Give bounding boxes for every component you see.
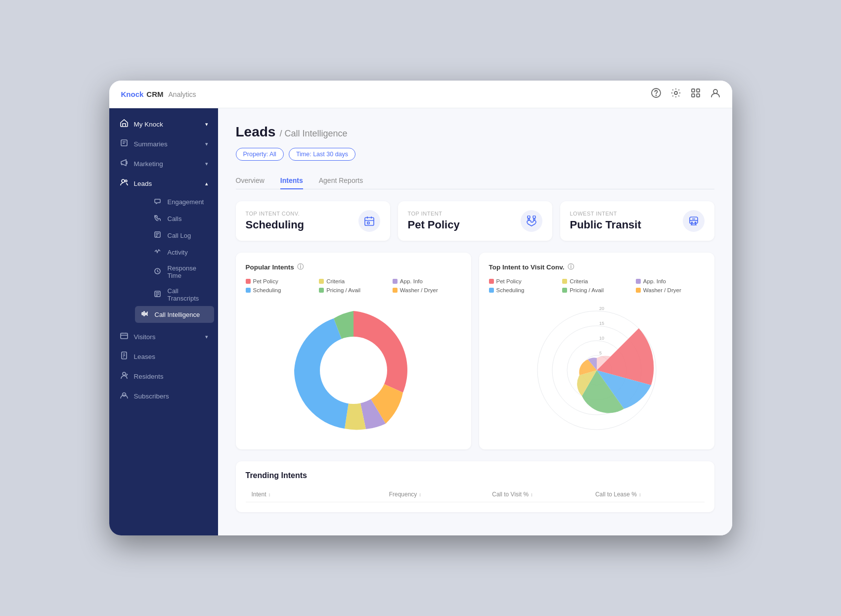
summaries-icon [119,139,129,149]
sidebar-item-leads[interactable]: Leads ▴ [109,174,218,193]
visitors-icon [119,332,129,342]
svg-rect-22 [367,222,369,224]
sidebar-item-visitors[interactable]: Visitors ▾ [109,327,218,347]
top-intent-chart: Top Intent to Visit Conv. ⓘ Pet Policy C… [479,253,714,449]
svg-point-7 [713,89,717,93]
device-frame: Knock CRM Analytics [109,81,732,535]
call-transcripts-icon [153,290,163,299]
legend-pricing-avail: Pricing / Avail [319,287,388,293]
content-area: Leads / Call Intelligence Property: All … [218,108,732,535]
tab-intents[interactable]: Intents [280,173,303,189]
sidebar-item-call-transcripts[interactable]: Call Transcripts [131,283,218,306]
svg-rect-18 [121,333,128,339]
home-icon [119,119,129,129]
top-legend-dot-app-info [636,279,641,284]
legend-dot-pet-policy [246,279,251,284]
residents-icon [119,371,129,381]
intent-card-scheduling-label: TOP INTENT CONV. [246,211,305,217]
sidebar-item-marketing[interactable]: Marketing ▾ [109,154,218,174]
tab-agent-reports[interactable]: Agent Reports [319,173,363,189]
popular-intents-legend: Pet Policy Criteria App. Info Sched [246,278,461,293]
legend-dot-criteria [319,279,324,284]
svg-rect-16 [145,313,146,315]
svg-point-20 [122,393,126,396]
filter-row: Property: All Time: Last 30 days [236,148,714,161]
sidebar-sub-leads: Engagement Calls [109,193,218,323]
scheduling-icon [358,210,380,232]
svg-point-24 [533,219,535,220]
sidebar-label-summaries: Summaries [134,140,200,148]
settings-icon[interactable] [671,88,681,100]
page-header: Leads / Call Intelligence [236,124,714,140]
page-subtitle: / Call Intelligence [279,129,347,139]
sidebar-item-activity[interactable]: Activity [131,244,218,261]
legend-dot-pricing-avail [319,288,324,293]
sidebar-item-engagement[interactable]: Engagement [131,193,218,210]
svg-rect-15 [144,311,145,316]
sidebar-label-residents: Residents [134,373,208,380]
top-intent-title: Top Intent to Visit Conv. ⓘ [489,263,705,271]
top-legend-dot-criteria [562,279,567,284]
public-transit-icon [683,210,705,232]
sidebar-item-response-time[interactable]: Response Time [131,261,218,283]
sidebar-label-response-time: Response Time [168,264,208,279]
sidebar-item-call-intelligence[interactable]: Call Intelligence [135,306,214,323]
sidebar-label-visitors: Visitors [134,333,200,341]
svg-point-2 [674,91,677,94]
user-icon[interactable] [710,88,720,100]
sidebar-label-activity: Activity [168,249,208,256]
top-legend-pricing-avail: Pricing / Avail [562,287,631,293]
col-header-intent: Intent ↕ [252,491,389,498]
donut-hole [320,337,387,404]
filter-property[interactable]: Property: All [236,148,284,161]
brand-analytics: Analytics [169,90,196,98]
sidebar-item-leases[interactable]: Leases [109,347,218,366]
chevron-summaries: ▾ [205,141,208,147]
sort-icon-call-to-lease[interactable]: ↕ [639,492,641,497]
legend-pet-policy: Pet Policy [246,278,314,284]
sidebar-item-call-log[interactable]: Call Log [131,227,218,244]
calls-icon [153,214,163,223]
tab-overview[interactable]: Overview [236,173,265,189]
donut-svg [289,306,418,435]
popular-intents-title: Popular Intents ⓘ [246,263,461,271]
top-intent-info-icon[interactable]: ⓘ [568,263,574,271]
legend-dot-app-info [393,279,398,284]
filter-time[interactable]: Time: Last 30 days [289,148,355,161]
sidebar-item-summaries[interactable]: Summaries ▾ [109,134,218,154]
sidebar-item-my-knock[interactable]: My Knock ▾ [109,114,218,134]
main-layout: My Knock ▾ Summaries ▾ [109,108,732,535]
sidebar-item-subscribers[interactable]: Subscribers [109,386,218,406]
sidebar-label-leases: Leases [134,353,208,360]
sort-icon-frequency[interactable]: ↕ [419,492,421,497]
legend-washer-dryer: Washer / Dryer [393,287,461,293]
marketing-icon [119,159,129,169]
intent-card-pet-policy-value: Pet Policy [408,219,460,231]
svg-rect-17 [147,312,148,315]
sort-icon-call-to-visit[interactable]: ↕ [531,492,533,497]
brand-crm: CRM [146,90,163,98]
intent-card-public-transit-value: Public Transit [570,219,641,231]
polar-svg: 20 15 10 5 [528,301,666,440]
sidebar-item-residents[interactable]: Residents [109,366,218,386]
svg-rect-14 [142,312,143,315]
popular-intents-info-icon[interactable]: ⓘ [297,263,304,271]
brand-knock: Knock [121,90,144,98]
top-legend-dot-pricing-avail [562,288,567,293]
intent-card-scheduling: TOP INTENT CONV. Scheduling [236,201,390,241]
chevron-marketing: ▾ [205,161,208,167]
svg-rect-4 [697,89,700,92]
top-legend-criteria: Criteria [562,278,631,284]
top-intent-legend: Pet Policy Criteria App. Info Sched [489,278,705,293]
grid-icon[interactable] [691,88,701,100]
svg-point-23 [528,219,530,220]
top-legend-dot-washer-dryer [636,288,641,293]
help-icon[interactable] [651,88,661,100]
sort-icon-intent[interactable]: ↕ [268,492,271,497]
top-legend-dot-scheduling [489,288,494,293]
charts-row: Popular Intents ⓘ Pet Policy Criteria [236,253,714,449]
sidebar-item-calls[interactable]: Calls [131,210,218,227]
top-legend-dot-pet-policy [489,279,494,284]
svg-rect-3 [692,89,695,92]
col-header-call-to-visit: Call to Visit % ↕ [492,491,595,498]
